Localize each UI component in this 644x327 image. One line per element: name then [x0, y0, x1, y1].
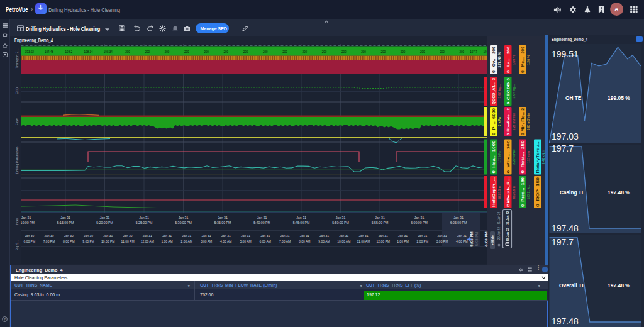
svg-text:Drilling Parameters: Drilling Parameters — [15, 146, 19, 174]
svg-text:8:00 PM: 8:00 PM — [63, 240, 75, 243]
svg-text:6:00 AM: 6:00 AM — [260, 240, 271, 243]
svg-text:1:00 AM: 1:00 AM — [161, 240, 172, 243]
svg-text:2:00 PM: 2:00 PM — [416, 240, 428, 243]
svg-text:Jan 31: Jan 31 — [241, 234, 250, 238]
svg-text:Jan 31: Jan 31 — [418, 234, 427, 238]
svg-text:200: 200 — [263, 50, 268, 53]
svg-text:197.48: 197.48 — [552, 223, 579, 233]
svg-text:Jan 30: Jan 30 — [25, 234, 34, 238]
svg-text:1.25 m3/min: 1.25 m3/min — [513, 113, 516, 131]
svg-text:6:05:00 PM: 6:05:00 PM — [450, 221, 467, 224]
svg-text:Jan 31: Jan 31 — [21, 216, 31, 219]
svg-text:Jan 30: Jan 30 — [103, 234, 113, 238]
svg-text:197.48 %: 197.48 % — [608, 282, 630, 289]
svg-text:Jan 31: Jan 31 — [319, 234, 329, 238]
svg-text:198.2: 198.2 — [65, 50, 73, 53]
svg-text:197.03: 197.03 — [552, 131, 579, 141]
svg-text:Jan 30: Jan 30 — [84, 234, 93, 238]
svg-text:0 Ov... 200: 0 Ov... 200 — [492, 47, 496, 73]
svg-text:12:00 PM: 12:00 PM — [377, 240, 390, 243]
svg-text:Jan 31: Jan 31 — [358, 234, 368, 238]
svg-text:197.7: 197.7 — [552, 237, 574, 247]
svg-text:3:00 AM: 3:00 AM — [201, 240, 212, 243]
svg-text:6:08 PM: 6:08 PM — [484, 231, 488, 246]
svg-text:200: 200 — [145, 50, 150, 53]
svg-text:Jan 30: Jan 30 — [44, 234, 53, 238]
svg-text:QECD_AT... 3: QECD_AT... 3 — [492, 78, 496, 104]
svg-text:Jan 31: Jan 31 — [257, 216, 267, 219]
svg-text:ECD: ECD — [15, 87, 19, 94]
svg-text:2:00 AM: 2:00 AM — [181, 240, 192, 243]
svg-text:5:50:00 PM: 5:50:00 PM — [332, 221, 349, 224]
svg-text:5:35:00 PM: 5:35:00 PM — [214, 221, 231, 224]
svg-text:Casing TE: Casing TE — [560, 189, 585, 196]
svg-text:0 Rota... 250: 0 Rota... 250 — [521, 140, 525, 173]
svg-text:199.51: 199.51 — [552, 49, 579, 59]
svg-text:Jan 31: Jan 31 — [414, 216, 425, 219]
svg-text:19: 19 — [483, 50, 487, 53]
svg-text:Jan 31: Jan 31 — [339, 234, 348, 238]
svg-text:Jan 31: Jan 31 — [60, 216, 70, 219]
svg-text:199.05 %: 199.05 % — [608, 94, 630, 101]
svg-text:5:45:00 PM: 5:45:00 PM — [293, 221, 310, 224]
svg-text:Index: Index — [15, 217, 19, 225]
svg-text:200: 200 — [440, 50, 445, 53]
svg-text:200: 200 — [401, 50, 406, 53]
svg-text:200: 200 — [322, 50, 327, 53]
svg-text:177 kPa: 177 kPa — [497, 151, 501, 163]
svg-text:30 Jan 22 - 31 Jan 22: 30 Jan 22 - 31 Jan 22 — [506, 211, 509, 242]
svg-text:9:00 AM: 9:00 AM — [318, 240, 330, 243]
svg-text:Jan 30: Jan 30 — [123, 234, 133, 238]
svg-text:198.34: 198.34 — [84, 50, 93, 53]
svg-text:200: 200 — [282, 50, 287, 53]
svg-text:Jan 31: Jan 31 — [221, 234, 231, 238]
svg-text:6925.5 m: 6925.5 m — [497, 185, 501, 199]
svg-text:197.48 %: 197.48 % — [497, 52, 501, 68]
svg-text:10:00 PM: 10:00 PM — [101, 240, 114, 243]
svg-text:5:30:00 PM: 5:30:00 PM — [175, 221, 192, 224]
svg-text:3:00 PM: 3:00 PM — [436, 240, 448, 243]
svg-text:200: 200 — [459, 50, 464, 53]
svg-text:0 Pres... 180: 0 Pres... 180 — [521, 177, 525, 207]
svg-text:200: 200 — [341, 50, 347, 53]
svg-text:Jan 31: Jan 31 — [260, 234, 270, 238]
svg-text:Jan 31: Jan 31 — [300, 234, 309, 238]
svg-text:HoleDepth_...: HoleDepth_... — [492, 177, 496, 207]
svg-text:9.46 kN.m: 9.46 kN.m — [541, 149, 545, 164]
svg-text:5:15:00 PM: 5:15:00 PM — [57, 221, 74, 224]
svg-text:0 La... 200: 0 La... 200 — [506, 47, 510, 73]
svg-text:Flow: Flow — [15, 118, 19, 125]
svg-text:0 Me... 200: 0 Me... 200 — [521, 47, 525, 73]
svg-text:▸ Hide: ▸ Hide — [491, 235, 494, 246]
svg-text:0 CECDB 3: 0 CECDB 3 — [506, 78, 510, 104]
svg-text:4:00 AM: 4:00 AM — [220, 240, 231, 243]
svg-text:Engineering_Demo_4: Engineering_Demo_4 — [552, 36, 588, 42]
svg-text:Jan 31: Jan 31 — [280, 234, 290, 238]
svg-text:5:08 PM: 5:08 PM — [475, 232, 479, 247]
svg-text:1:00 PM: 1:00 PM — [397, 240, 409, 243]
svg-text:Transport E...: Transport E... — [15, 48, 19, 68]
svg-text:Jan 31: Jan 31 — [218, 216, 228, 219]
svg-text:0 Min. Flo... 2: 0 Min. Flo... 2 — [521, 108, 525, 135]
svg-text:Jan 31: Jan 31 — [100, 216, 110, 219]
svg-text:0 Whe... 100: 0 Whe... 100 — [506, 140, 510, 173]
svg-text:RotaryTorqu...: RotaryTorqu... — [536, 140, 540, 174]
svg-text:6:00:00 PM: 6:00:00 PM — [411, 221, 428, 224]
svg-text:12:00 AM: 12:00 AM — [141, 240, 154, 243]
svg-text:197.7: 197.7 — [552, 143, 574, 153]
svg-text:200: 200 — [302, 50, 307, 53]
svg-text:1.98 kg...: 1.98 kg... — [497, 84, 501, 98]
svg-text:7:00 PM: 7:00 PM — [43, 240, 55, 243]
svg-text:200: 200 — [361, 50, 366, 53]
svg-text:Jan 31: Jan 31 — [179, 216, 189, 219]
svg-text:?: ? — [4, 318, 6, 321]
svg-text:2.29 tonne: 2.29 tonne — [512, 149, 516, 165]
svg-text:9:00 PM: 9:00 PM — [82, 240, 94, 243]
svg-text:5:00 AM: 5:00 AM — [240, 240, 251, 243]
svg-text:Jan 31: Jan 31 — [139, 216, 149, 219]
svg-text:0 kPa: 0 kPa — [497, 116, 501, 126]
svg-text:200: 200 — [420, 50, 425, 53]
svg-text:7:00 AM: 7:00 AM — [279, 240, 291, 243]
svg-text:200: 200 — [243, 50, 248, 53]
svg-text:200: 200 — [184, 50, 189, 53]
